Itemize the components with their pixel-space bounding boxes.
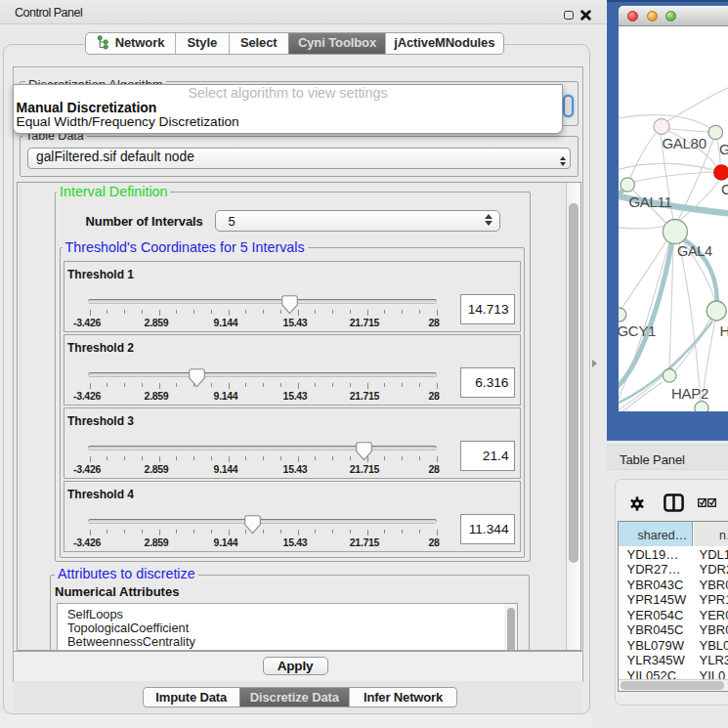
svg-text:H: H — [719, 322, 728, 339]
svg-text:C: C — [721, 181, 728, 197]
svg-text:HAP2: HAP2 — [671, 385, 708, 402]
svg-text:GAL4: GAL4 — [677, 243, 712, 259]
svg-text:GAL11: GAL11 — [628, 193, 671, 210]
svg-text:GAL80: GAL80 — [662, 135, 706, 151]
svg-text:GCY1: GCY1 — [619, 322, 656, 339]
svg-text:GA: GA — [719, 141, 728, 157]
